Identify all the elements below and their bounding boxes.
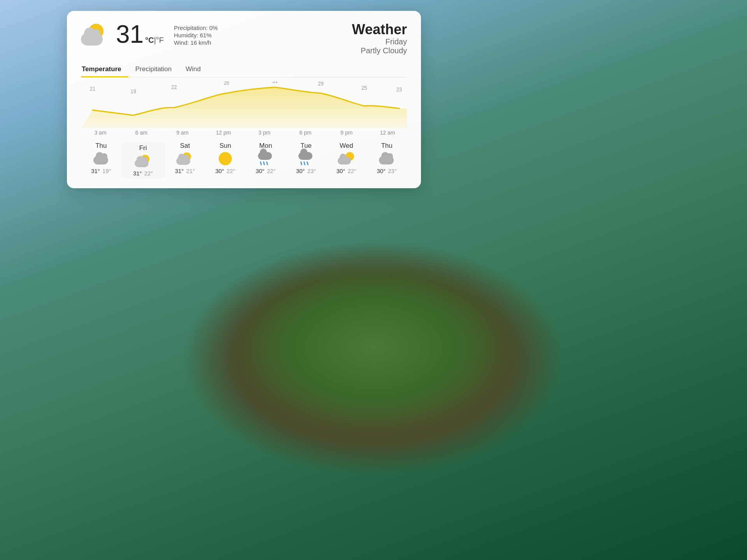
- day-temps-sat: 31° 21°: [175, 168, 195, 174]
- forecast-fri[interactable]: Fri 31° 22°: [121, 142, 165, 179]
- day-icon-mon: [257, 152, 274, 165]
- day-name-thu2: Thu: [381, 142, 392, 150]
- day-icon-wed: [338, 152, 355, 165]
- day-name-fri: Fri: [139, 144, 147, 152]
- day-name-wed: Wed: [340, 142, 353, 150]
- wind-detail: Wind: 16 km/h: [174, 39, 218, 46]
- time-label-3am: 3 am: [81, 130, 120, 136]
- day-name-tue: Tue: [300, 142, 312, 150]
- day-icon-sat: [176, 152, 193, 165]
- time-label-9am: 9 am: [163, 130, 202, 136]
- header-right: Weather Friday Partly Cloudy: [352, 22, 407, 55]
- day-temps-sun: 30° 22°: [215, 168, 235, 174]
- day-temps-tue: 30° 23°: [296, 168, 316, 174]
- weather-card: 31 °C|°F Precipitation: 0% Humidity: 61%…: [67, 11, 421, 188]
- temperature-value: 31: [116, 22, 144, 47]
- svg-text:25: 25: [361, 85, 367, 91]
- forecast-sun[interactable]: Sun 30° 22°: [205, 142, 245, 179]
- celsius-unit[interactable]: °C: [145, 36, 154, 44]
- day-name-sat: Sat: [180, 142, 190, 150]
- day-name-thu1: Thu: [95, 142, 107, 150]
- day-icon-sun: [217, 152, 234, 165]
- tab-temperature[interactable]: Temperature: [81, 62, 128, 77]
- svg-text:21: 21: [90, 86, 95, 92]
- weather-details: Precipitation: 0% Humidity: 61% Wind: 16…: [174, 24, 218, 46]
- forecast-row: Thu 31° 19° Fri 31° 22° Sat: [81, 142, 407, 179]
- svg-text:31: 31: [272, 81, 278, 84]
- day-name-mon: Mon: [259, 142, 272, 150]
- day-icon-fri: [135, 154, 152, 168]
- svg-text:29: 29: [318, 81, 323, 87]
- time-labels: 3 am 6 am 9 am 12 pm 3 pm 6 pm 9 pm 12 a…: [81, 128, 407, 136]
- precipitation-detail: Precipitation: 0%: [174, 24, 218, 31]
- time-label-3pm: 3 pm: [245, 130, 284, 136]
- day-temps-thu1: 31° 19°: [91, 168, 111, 174]
- tab-precipitation[interactable]: Precipitation: [135, 62, 179, 77]
- svg-text:19: 19: [130, 88, 136, 94]
- card-header: 31 °C|°F Precipitation: 0% Humidity: 61%…: [81, 22, 407, 55]
- humidity-detail: Humidity: 61%: [174, 32, 218, 38]
- forecast-wed[interactable]: Wed 30° 22°: [326, 142, 367, 179]
- fahrenheit-unit[interactable]: °F: [156, 36, 164, 44]
- weather-condition: Partly Cloudy: [352, 46, 407, 55]
- day-temps-wed: 30° 22°: [337, 168, 356, 174]
- weather-title: Weather: [352, 22, 407, 37]
- main-weather-icon: [81, 23, 109, 46]
- chart-fill: [81, 87, 407, 128]
- header-left: 31 °C|°F Precipitation: 0% Humidity: 61%…: [81, 22, 218, 47]
- time-label-12am: 12 am: [368, 130, 407, 136]
- forecast-sat[interactable]: Sat 31° 21°: [165, 142, 205, 179]
- forecast-thu-1[interactable]: Thu 31° 19°: [81, 142, 121, 179]
- weather-day: Friday: [352, 37, 407, 46]
- day-temps-fri: 31° 22°: [133, 170, 153, 177]
- time-label-12pm: 12 pm: [204, 130, 243, 136]
- forecast-mon[interactable]: Mon 30° 22°: [245, 142, 286, 179]
- svg-text:23: 23: [396, 86, 402, 93]
- time-label-9pm: 9 pm: [327, 130, 366, 136]
- temperature-units: °C|°F: [145, 36, 164, 45]
- temperature-chart: 21 19 22 28 31 29 25 23: [81, 81, 407, 128]
- forecast-tue[interactable]: Tue 30° 23°: [286, 142, 326, 179]
- day-temps-thu2: 30° 23°: [377, 168, 396, 174]
- day-name-sun: Sun: [219, 142, 231, 150]
- temperature-display: 31 °C|°F: [116, 22, 164, 47]
- svg-text:22: 22: [171, 84, 177, 90]
- forecast-thu-2[interactable]: Thu 30° 23°: [366, 142, 407, 179]
- time-label-6pm: 6 pm: [286, 130, 325, 136]
- time-label-6am: 6 am: [122, 130, 161, 136]
- day-temps-mon: 30° 22°: [256, 168, 275, 174]
- cloud-icon: [81, 33, 103, 46]
- day-icon-thu1: [93, 152, 110, 165]
- tab-bar: Temperature Precipitation Wind: [81, 62, 407, 77]
- chart-svg: 21 19 22 28 31 29 25 23: [81, 81, 407, 128]
- tab-wind[interactable]: Wind: [185, 62, 208, 77]
- svg-text:28: 28: [224, 81, 229, 86]
- day-icon-tue: [298, 152, 315, 165]
- day-icon-thu2: [378, 152, 395, 165]
